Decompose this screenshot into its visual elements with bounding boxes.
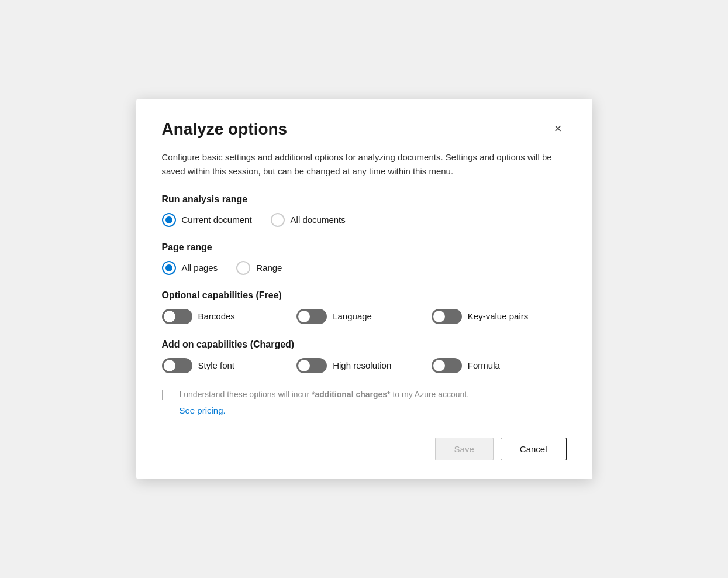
toggle-formula: Formula (432, 358, 567, 373)
run-analysis-range-group: Current document All documents (162, 213, 567, 227)
acknowledge-text: I understand these options will incur *a… (180, 388, 470, 401)
dialog-header: Analyze options × (162, 120, 567, 139)
acknowledge-checkbox[interactable] (162, 390, 172, 400)
toggle-high-res-track (296, 358, 327, 373)
radio-all-documents-label: All documents (291, 215, 346, 225)
dialog-title: Analyze options (162, 120, 288, 139)
toggle-key-value-pairs: Key-value pairs (432, 309, 567, 324)
toggle-language-label: Language (333, 311, 372, 321)
cancel-button[interactable]: Cancel (501, 438, 567, 460)
addon-capabilities-title: Add on capabilities (Charged) (162, 339, 567, 350)
toggle-style-font-switch[interactable] (162, 358, 192, 373)
optional-capabilities-section: Optional capabilities (Free) Barcodes La… (162, 290, 567, 324)
toggle-high-resolution: High resolution (296, 358, 432, 373)
toggle-barcodes: Barcodes (162, 309, 297, 324)
acknowledge-text-after: to my Azure account. (391, 390, 470, 399)
optional-capabilities-title: Optional capabilities (Free) (162, 290, 567, 301)
acknowledge-text-bold: *additional charges* (312, 390, 391, 399)
toggle-formula-track (432, 358, 462, 373)
save-button[interactable]: Save (435, 438, 494, 460)
acknowledge-text-before: I understand these options will incur (180, 390, 312, 399)
toggle-formula-label: Formula (468, 360, 500, 370)
toggle-barcodes-label: Barcodes (198, 311, 235, 321)
radio-all-documents-circle (271, 213, 285, 227)
radio-all-pages-circle (162, 261, 176, 275)
addon-capabilities-section: Add on capabilities (Charged) Style font… (162, 339, 567, 373)
toggle-key-value-track (432, 309, 462, 324)
close-button[interactable]: × (550, 120, 567, 137)
toggle-key-value-label: Key-value pairs (468, 311, 528, 321)
toggle-barcodes-track (162, 309, 192, 324)
optional-capabilities-toggles: Barcodes Language Key-value pairs (162, 309, 567, 324)
page-range-title: Page range (162, 242, 567, 253)
run-analysis-range-section: Run analysis range Current document All … (162, 194, 567, 227)
addon-capabilities-toggles: Style font High resolution Formula (162, 358, 567, 373)
toggle-barcodes-switch[interactable] (162, 309, 192, 324)
radio-all-documents[interactable]: All documents (271, 213, 346, 227)
radio-all-pages-label: All pages (182, 263, 218, 273)
radio-range[interactable]: Range (236, 261, 282, 275)
dialog-description: Configure basic settings and additional … (162, 150, 567, 178)
radio-all-pages[interactable]: All pages (162, 261, 218, 275)
run-analysis-range-title: Run analysis range (162, 194, 567, 205)
toggle-language: Language (296, 309, 432, 324)
radio-current-document[interactable]: Current document (162, 213, 252, 227)
toggle-high-res-label: High resolution (333, 360, 391, 370)
toggle-key-value-switch[interactable] (432, 309, 462, 324)
toggle-formula-switch[interactable] (432, 358, 462, 373)
toggle-style-font: Style font (162, 358, 297, 373)
page-range-group: All pages Range (162, 261, 567, 275)
dialog-footer: Save Cancel (162, 438, 567, 460)
toggle-language-switch[interactable] (296, 309, 327, 324)
radio-range-circle (236, 261, 250, 275)
toggle-high-res-switch[interactable] (296, 358, 327, 373)
radio-range-label: Range (256, 263, 282, 273)
page-range-section: Page range All pages Range (162, 242, 567, 275)
toggle-language-track (296, 309, 327, 324)
radio-current-document-circle (162, 213, 176, 227)
toggle-style-font-label: Style font (198, 360, 235, 370)
toggle-style-font-track (162, 358, 192, 373)
acknowledge-row: I understand these options will incur *a… (162, 388, 567, 401)
analyze-options-dialog: Analyze options × Configure basic settin… (136, 99, 592, 479)
radio-current-document-label: Current document (182, 215, 252, 225)
see-pricing-link[interactable]: See pricing. (180, 405, 226, 415)
